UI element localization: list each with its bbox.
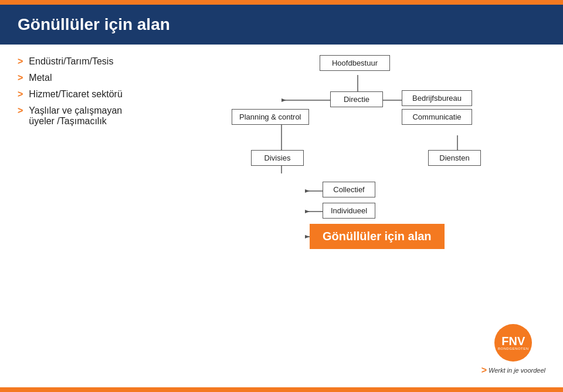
list-item-3: > Hizmet/Ticaret sektörü	[18, 89, 123, 100]
list-arrow-1: >	[18, 56, 23, 67]
fnv-slogan-arrow: >	[481, 365, 487, 376]
gonulluler-box: Gönüllüler için alan	[310, 224, 445, 249]
hoofdbestuur-box: Hoofdbestuur	[320, 55, 390, 71]
collectief-box: Collectief	[323, 182, 375, 197]
list-arrow-2: >	[18, 73, 23, 83]
svg-marker-14	[305, 235, 310, 238]
individueel-box: Individueel	[323, 203, 375, 219]
svg-marker-12	[305, 210, 310, 213]
diensten-box: Diensten	[428, 150, 481, 166]
org-chart: Hoofdbestuur Directie Planning & control…	[223, 50, 551, 267]
list-item-4: > Yaşlılar ve çalışmayanüyeler /Taşımacı…	[18, 105, 123, 127]
left-list: > Endüstri/Tarım/Tesis > Metal > Hizmet/…	[18, 56, 123, 132]
page-title: Gönüllüler için alan	[18, 15, 170, 34]
list-item: > Endüstri/Tarım/Tesis	[18, 56, 123, 67]
list-arrow-4: >	[18, 105, 23, 116]
top-bar	[0, 0, 563, 5]
header: Gönüllüler için alan	[0, 5, 563, 45]
fnv-main-text: FNV	[501, 335, 525, 347]
bottom-bar	[0, 387, 563, 392]
fnv-slogan: Werkt in je voordeel	[489, 367, 545, 374]
planning-control-box: Planning & control	[232, 109, 309, 125]
list-text-4: Yaşlılar ve çalışmayanüyeler /Taşımacılı…	[29, 105, 122, 127]
directie-box: Directie	[330, 91, 383, 107]
communicatie-box: Communicatie	[402, 109, 472, 125]
fnv-circle: FNV BONDGENOTEN	[494, 324, 532, 362]
divisies-box: Divisies	[251, 150, 304, 166]
svg-marker-10	[305, 189, 310, 193]
list-arrow-3: >	[18, 89, 23, 100]
fnv-sub-text: BONDGENOTEN	[498, 347, 529, 350]
list-text-3: Hizmet/Ticaret sektörü	[29, 89, 122, 100]
svg-marker-2	[282, 98, 286, 102]
list-text-1: Endüstri/Tarım/Tesis	[29, 56, 113, 67]
main-content: > Endüstri/Tarım/Tesis > Metal > Hizmet/…	[0, 45, 563, 372]
bedrijfsbureau-box: Bedrijfsbureau	[402, 90, 472, 106]
list-text-2: Metal	[29, 73, 52, 83]
fnv-logo: FNV BONDGENOTEN > Werkt in je voordeel	[481, 324, 545, 376]
list-item-2: > Metal	[18, 73, 123, 83]
